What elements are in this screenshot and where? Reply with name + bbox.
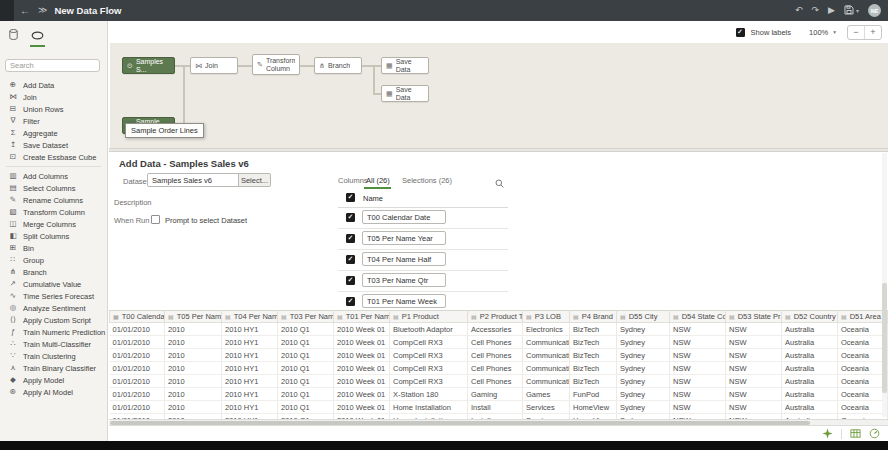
column-checkbox[interactable] <box>346 234 355 243</box>
tab-selections[interactable]: Selections (26) <box>402 176 452 185</box>
sidebar-item-bin[interactable]: ⊞Bin <box>0 242 107 254</box>
app-menu-block[interactable] <box>0 0 14 21</box>
avatar[interactable]: NE <box>868 4 881 17</box>
sidebar-item-select-columns[interactable]: ▤Select Columns <box>0 182 107 194</box>
table-cell: Sydney <box>617 323 670 336</box>
sidebar-item-join[interactable]: ⋈Join <box>0 91 107 103</box>
add-data-icon: ⊕ <box>8 81 18 89</box>
column-checkbox[interactable] <box>346 255 355 264</box>
sidebar-item-rename-columns[interactable]: ✎Rename Columns <box>0 194 107 206</box>
flow-node-join[interactable]: ⋈Join <box>190 57 238 74</box>
column-name-input[interactable] <box>362 294 446 308</box>
table-cell: NSW <box>726 323 782 336</box>
column-header-t00-calendar[interactable]: ▦T00 Calendar ... <box>110 311 165 323</box>
table-cell: HomeView <box>570 401 617 414</box>
steps-panel-tab[interactable] <box>30 25 45 47</box>
sidebar-item-union-rows[interactable]: ⊟Union Rows <box>0 103 107 115</box>
column-checkbox[interactable] <box>346 297 355 306</box>
column-header-t05-per-nam[interactable]: ▤T05 Per Nam... <box>165 311 222 323</box>
table-view-icon[interactable] <box>850 425 861 443</box>
horizontal-scrollbar-thumb[interactable] <box>110 421 810 425</box>
column-checkbox[interactable] <box>346 213 355 222</box>
search-input[interactable] <box>5 59 100 72</box>
column-header-label: T01 Per Nam... <box>346 312 390 321</box>
sidebar-item-apply-custom-script[interactable]: ⟨⟩Apply Custom Script <box>0 314 107 326</box>
sidebar-item-train-numeric-prediction[interactable]: ƒTrain Numeric Prediction <box>0 326 107 338</box>
show-labels-checkbox[interactable] <box>736 28 745 37</box>
column-header-t01-per-nam[interactable]: ▤T01 Per Nam... <box>334 311 390 323</box>
column-name-input[interactable] <box>362 273 446 287</box>
select-all-columns-checkbox[interactable] <box>346 193 355 202</box>
table-cell: NSW <box>670 336 726 349</box>
undo-icon[interactable]: ↶ <box>795 6 803 15</box>
column-header-p1-product[interactable]: ▤P1 Product <box>390 311 468 323</box>
sidebar-item-aggregate[interactable]: ΣAggregate <box>0 127 107 139</box>
sidebar-item-save-dataset[interactable]: ↥Save Dataset <box>0 139 107 151</box>
run-dataflow-icon[interactable]: ▶ <box>828 6 835 15</box>
column-name-input[interactable] <box>362 252 446 266</box>
vertical-scrollbar[interactable] <box>882 153 887 417</box>
column-name-input[interactable] <box>362 210 446 224</box>
sidebar-item-cumulative-value[interactable]: ↗Cumulative Value <box>0 278 107 290</box>
table-cell: 2010 Q1 <box>278 349 334 362</box>
sidebar-item-branch[interactable]: ⋔Branch <box>0 266 107 278</box>
flow-node-save-data[interactable]: ▦Save Data <box>381 85 429 102</box>
sidebar-item-add-data[interactable]: ⊕Add Data <box>0 79 107 91</box>
sidebar-item-group[interactable]: ∷Group <box>0 254 107 266</box>
zoom-in-button[interactable]: + <box>865 26 881 39</box>
flow-node-save-data[interactable]: ▦Save Data <box>381 57 429 74</box>
tab-all-columns[interactable]: All (26) <box>366 176 390 185</box>
vertical-scrollbar-thumb[interactable] <box>882 283 887 393</box>
sidebar-item-analyze-sentiment[interactable]: ◎Analyze Sentiment <box>0 302 107 314</box>
table-row: 01/01/201020102010 HY12010 Q12010 Week 0… <box>110 349 888 362</box>
table-cell: 2010 <box>165 375 222 388</box>
back-icon[interactable]: ← <box>20 6 30 16</box>
column-header-t04-per-nam[interactable]: ▤T04 Per Nam... <box>222 311 278 323</box>
zoom-level-select[interactable]: 100% ▾ <box>809 28 836 37</box>
column-header-d54-state-code[interactable]: ▤D54 State Code <box>670 311 726 323</box>
column-header-t03-per-nam[interactable]: ▤T03 Per Nam... <box>278 311 334 323</box>
horizontal-scrollbar[interactable] <box>109 419 888 426</box>
sidebar-item-add-columns[interactable]: ▥Add Columns <box>0 170 107 182</box>
sidebar-item-apply-model[interactable]: ◆Apply Model <box>0 374 107 386</box>
sidebar-item-merge-columns[interactable]: ◫Merge Columns <box>0 218 107 230</box>
flow-node-branch[interactable]: ⋔Branch <box>314 57 362 74</box>
column-checkbox[interactable] <box>346 276 355 285</box>
column-header-p2-product-t[interactable]: ▤P2 Product T... <box>468 311 523 323</box>
app-window: ← ≫ New Data Flow ↶ ↷ ▶ ▾ NE <box>0 0 888 450</box>
table-cell: 2010 HY1 <box>222 375 278 388</box>
column-header-d53-state-pr[interactable]: ▤D53 State Pr... <box>726 311 782 323</box>
sidebar-item-split-columns[interactable]: ◧Split Columns <box>0 230 107 242</box>
search-columns-icon[interactable] <box>495 174 504 192</box>
prompt-dataset-checkbox[interactable] <box>151 215 160 224</box>
sidebar-item-apply-ai-model[interactable]: ⊛Apply AI Model <box>0 386 107 398</box>
sidebar-item-train-multi-classifier[interactable]: ∴Train Multi-Classifier <box>0 338 107 350</box>
column-header-p4-brand[interactable]: ▤P4 Brand <box>570 311 617 323</box>
sidebar-item-train-clustering[interactable]: ∵Train Clustering <box>0 350 107 362</box>
attr-type-icon: ▤ <box>573 314 579 320</box>
column-header-label: D52 Country ... <box>794 312 838 321</box>
select-dataset-button[interactable]: Select... <box>238 173 271 187</box>
insights-spark-icon[interactable] <box>822 425 833 443</box>
quality-gauge-icon[interactable] <box>869 425 880 443</box>
column-name-input[interactable] <box>362 231 446 245</box>
column-header-d51-area[interactable]: ▤D51 Area <box>838 311 888 323</box>
dataset-name-input[interactable] <box>147 173 239 187</box>
sidebar-item-train-binary-classifier[interactable]: ⋏Train Binary Classifier <box>0 362 107 374</box>
save-icon[interactable] <box>844 5 854 17</box>
sidebar-item-time-series-forecast[interactable]: ∿Time Series Forecast <box>0 290 107 302</box>
save-menu-caret-icon[interactable]: ▾ <box>856 7 859 14</box>
flow-node-transform-column[interactable]: ✎Transform Column <box>252 54 300 75</box>
zoom-out-button[interactable]: − <box>848 26 865 39</box>
flow-node-samples-s[interactable]: ⊙Samples S... <box>122 57 175 74</box>
column-header-d55-city[interactable]: ▤D55 City <box>617 311 670 323</box>
column-header-d52-country[interactable]: ▤D52 Country ... <box>782 311 838 323</box>
sidebar-item-transform-column[interactable]: ▧Transform Column <box>0 206 107 218</box>
data-panel-tab[interactable] <box>8 25 19 47</box>
redo-icon[interactable]: ↷ <box>812 6 820 15</box>
sidebar-item-filter[interactable]: ∇Filter <box>0 115 107 127</box>
sidebar-item-label: Group <box>23 256 44 265</box>
sidebar-item-create-essbase-cube[interactable]: ⊡Create Essbase Cube <box>0 151 107 163</box>
flow-canvas[interactable]: Sample Order Lines ⊙Samples S...⋈Join✎Tr… <box>110 43 888 148</box>
column-header-p3-lob[interactable]: ▤P3 LOB <box>523 311 570 323</box>
